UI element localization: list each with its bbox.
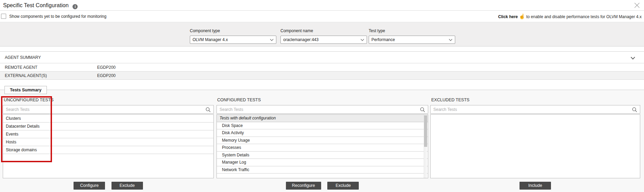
- configured-search-input[interactable]: [217, 105, 428, 113]
- search-icon: [420, 107, 425, 113]
- note-text: to enable and disable performance tests …: [526, 14, 642, 19]
- include-button[interactable]: Include: [520, 182, 551, 190]
- title-bar: Specific Test Configuration: [0, 0, 644, 11]
- chevron-down-icon[interactable]: [631, 55, 635, 60]
- component-name-select[interactable]: oraclemanager:443: [280, 36, 367, 44]
- performance-tests-note: Click hereto enable and disable performa…: [498, 13, 642, 20]
- configure-button[interactable]: Configure: [74, 182, 105, 190]
- show-components-checkbox[interactable]: [1, 14, 6, 19]
- close-icon[interactable]: [634, 2, 640, 8]
- list-item[interactable]: Storage domains: [3, 146, 213, 154]
- excluded-tests-list: [430, 114, 640, 178]
- scrollbar-track[interactable]: [424, 115, 427, 178]
- default-configuration-group-header: Tests with default configuration: [217, 115, 428, 122]
- remote-agent-row: REMOTE AGENT EGDP200: [0, 63, 644, 72]
- click-here-link[interactable]: Click here: [498, 14, 518, 19]
- exclude-configured-button[interactable]: Exclude: [327, 182, 359, 190]
- filter-band: Component type OLVM Manager 4.x Componen…: [0, 22, 644, 47]
- list-item[interactable]: Network Traffic: [217, 166, 428, 174]
- list-item[interactable]: System Details: [217, 152, 428, 159]
- configured-tests-title: CONFIGURED TESTS: [217, 98, 261, 102]
- search-icon: [205, 107, 211, 113]
- component-name-group: Component name oraclemanager:443: [280, 28, 367, 44]
- info-icon[interactable]: [73, 4, 78, 9]
- list-item[interactable]: Manager Log: [217, 159, 428, 166]
- tab-tests-summary[interactable]: Tests Summary: [4, 86, 47, 94]
- list-item[interactable]: Memory Usage: [217, 137, 428, 144]
- show-components-option: Show components yet to be configured for…: [1, 14, 106, 19]
- page-title: Specific Test Configuration: [3, 2, 69, 8]
- excluded-search-input[interactable]: [431, 105, 640, 113]
- unconfigured-actions: Configure Exclude: [3, 182, 214, 190]
- search-icon: [632, 107, 638, 113]
- configured-items: Disk Space Disk Activity Memory Usage Pr…: [217, 122, 428, 174]
- specific-test-configuration-dialog: Specific Test Configuration Show compone…: [0, 0, 644, 192]
- test-type-select[interactable]: Performance: [369, 36, 455, 44]
- list-item[interactable]: Events: [3, 130, 213, 138]
- agent-summary-title: AGENT SUMMARY: [0, 55, 41, 60]
- component-type-select[interactable]: OLVM Manager 4.x: [190, 36, 276, 44]
- external-agent-row: EXTERNAL AGENT(S) EGDP200: [0, 72, 644, 80]
- hand-pointer-icon: [518, 13, 526, 19]
- component-type-label: Component type: [190, 28, 276, 33]
- unconfigured-tests-panel: Clusters Datacenter Details Events Hosts…: [3, 105, 214, 178]
- reconfigure-button[interactable]: Reconfigure: [286, 182, 321, 190]
- list-item[interactable]: Clusters: [3, 115, 213, 123]
- external-agent-value: EGDP200: [97, 72, 116, 80]
- scrollbar-thumb[interactable]: [424, 115, 427, 147]
- partial-list-row: [217, 174, 428, 178]
- agent-summary-table: AGENT SUMMARY REMOTE AGENT EGDP200 EXTER…: [0, 51, 644, 80]
- test-type-group: Test type Performance: [369, 28, 455, 44]
- external-agent-label: EXTERNAL AGENT(S): [0, 73, 47, 78]
- unconfigured-tests-title: UNCONFIGURED TESTS: [4, 98, 54, 102]
- show-components-label: Show components yet to be configured for…: [9, 14, 106, 19]
- toolbar: Show components yet to be configured for…: [0, 11, 644, 22]
- agent-summary-header: AGENT SUMMARY: [0, 52, 644, 63]
- list-item[interactable]: Disk Space: [217, 122, 428, 130]
- remote-agent-value: EGDP200: [97, 63, 116, 72]
- tests-summary-content: Tests Summary UNCONFIGURED TESTS CONFIGU…: [0, 90, 644, 192]
- unconfigured-search-input[interactable]: [3, 105, 213, 113]
- excluded-actions: Include: [430, 182, 640, 190]
- configured-tests-panel: Tests with default configuration Disk Sp…: [216, 105, 428, 178]
- list-item[interactable]: Datacenter Details: [3, 123, 213, 130]
- list-item[interactable]: Disk Activity: [217, 129, 428, 137]
- test-type-label: Test type: [369, 28, 455, 33]
- component-name-label: Component name: [280, 28, 367, 33]
- configured-tests-list: Tests with default configuration Disk Sp…: [216, 114, 428, 178]
- unconfigured-tests-list: Clusters Datacenter Details Events Hosts…: [3, 114, 214, 178]
- configured-actions: Reconfigure Exclude: [216, 182, 428, 190]
- remote-agent-label: REMOTE AGENT: [0, 65, 37, 70]
- component-type-group: Component type OLVM Manager 4.x: [190, 28, 276, 44]
- excluded-tests-title: EXCLUDED TESTS: [431, 98, 470, 102]
- list-item[interactable]: Hosts: [3, 138, 213, 146]
- list-item[interactable]: Processes: [217, 144, 428, 152]
- excluded-tests-panel: [430, 105, 640, 178]
- exclude-unconfigured-button[interactable]: Exclude: [111, 182, 143, 190]
